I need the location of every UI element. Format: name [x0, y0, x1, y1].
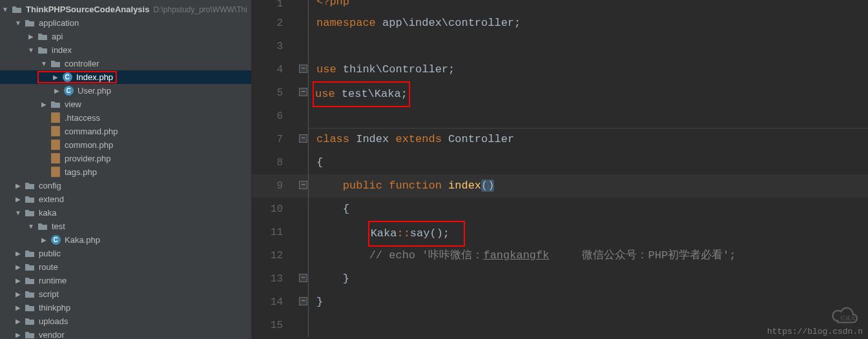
- svg-rect-4: [51, 167, 60, 178]
- code-line-6[interactable]: 6: [252, 105, 868, 128]
- line-number: 15: [252, 314, 298, 337]
- tree-root[interactable]: ▼ ThinkPHPSourceCodeAnalysis D:\phpstudy…: [0, 3, 251, 16]
- tree-file-index-php[interactable]: ▶C Index.php: [0, 70, 251, 84]
- tree-folder-api[interactable]: ▶ api: [0, 30, 251, 43]
- code-line-9[interactable]: 9 − public function index(): [252, 174, 868, 198]
- tree-folder-script[interactable]: ▶ script: [0, 287, 251, 301]
- svg-rect-3: [51, 154, 60, 164]
- line-number: 10: [252, 198, 298, 221]
- line-number: 6: [252, 105, 298, 128]
- code-line-3[interactable]: 3: [252, 35, 868, 58]
- line-number: 4: [252, 58, 298, 81]
- code-line-1[interactable]: 1 <?php: [252, 0, 868, 12]
- tree-folder-index[interactable]: ▼ index: [0, 43, 251, 57]
- svg-rect-2: [51, 140, 60, 150]
- project-name: ThinkPHPSourceCodeAnalysis: [26, 5, 149, 14]
- project-path: D:\phpstudy_pro\WWW\Thi: [153, 5, 247, 14]
- line-number: 1: [252, 0, 298, 8]
- code-line-12[interactable]: 12 // echo '咔咔微信：fangkangfk 微信公众号：PHP初学者…: [252, 244, 868, 267]
- line-number: 7: [252, 128, 298, 151]
- code-line-8[interactable]: 8 {: [252, 151, 868, 174]
- code-line-10[interactable]: 10 {: [252, 198, 868, 221]
- project-tree-panel[interactable]: ▼ ThinkPHPSourceCodeAnalysis D:\phpstudy…: [0, 0, 252, 339]
- tree-file-provider-php[interactable]: ▶ provider.php: [0, 152, 251, 165]
- code-line-2[interactable]: 2 namespace app\index\controller;: [252, 12, 868, 35]
- line-number: 12: [252, 244, 298, 267]
- line-number: 14: [252, 291, 298, 314]
- tree-file-htaccess[interactable]: ▶ .htaccess: [0, 111, 251, 125]
- code-editor[interactable]: 1 <?php 2 namespace app\index\controller…: [252, 0, 868, 339]
- tree-folder-config[interactable]: ▶ config: [0, 179, 251, 192]
- tree-folder-kaka[interactable]: ▼ kaka: [0, 206, 251, 220]
- watermark-text: https://blog.csdn.n: [767, 327, 863, 336]
- tree-folder-runtime[interactable]: ▶ runtime: [0, 274, 251, 287]
- logo-icon: 亿速云: [828, 305, 860, 326]
- highlight-box-use: use test\Kaka;: [313, 81, 410, 107]
- line-number: 8: [252, 151, 298, 174]
- fold-icon[interactable]: −: [299, 297, 307, 305]
- tree-folder-controller[interactable]: ▼ controller: [0, 57, 251, 70]
- line-number: 2: [252, 12, 298, 35]
- svg-text:亿速云: 亿速云: [840, 315, 856, 321]
- fold-icon[interactable]: −: [299, 88, 307, 96]
- line-number: 9: [252, 174, 298, 198]
- tree-file-user-php[interactable]: ▶C User.php: [0, 84, 251, 98]
- tree-folder-application[interactable]: ▼ application: [0, 16, 251, 30]
- line-number: 3: [252, 35, 298, 58]
- svg-rect-0: [51, 113, 60, 123]
- tree-file-kaka-php[interactable]: ▶C Kaka.php: [0, 233, 251, 247]
- line-number: 11: [252, 221, 298, 244]
- code-line-7[interactable]: 7 − class Index extends Controller: [252, 128, 868, 151]
- tree-folder-route[interactable]: ▶ route: [0, 260, 251, 274]
- highlight-box-call: Kaka::say();: [368, 221, 466, 247]
- svg-rect-1: [51, 127, 60, 137]
- tree-folder-public[interactable]: ▶ public: [0, 247, 251, 260]
- code-line-14[interactable]: 14 − }: [252, 291, 868, 314]
- code-line-4[interactable]: 4 − use think\Controller;: [252, 58, 868, 81]
- tree-file-common-php[interactable]: ▶ common.php: [0, 138, 251, 152]
- line-number: 13: [252, 267, 298, 291]
- fold-icon[interactable]: −: [299, 274, 307, 282]
- tree-folder-uploads[interactable]: ▶ uploads: [0, 314, 251, 328]
- tree-file-command-php[interactable]: ▶ command.php: [0, 125, 251, 138]
- code-line-5[interactable]: 5 − use test\Kaka;: [252, 81, 868, 105]
- fold-icon[interactable]: −: [299, 134, 307, 143]
- line-number: 5: [252, 81, 298, 105]
- tree-file-tags-php[interactable]: ▶ tags.php: [0, 165, 251, 179]
- fold-icon[interactable]: −: [299, 65, 307, 73]
- tree-folder-view[interactable]: ▶ view: [0, 98, 251, 111]
- tree-folder-thinkphp[interactable]: ▶ thinkphp: [0, 301, 251, 314]
- tree-folder-test[interactable]: ▼ test: [0, 220, 251, 233]
- code-line-11[interactable]: 11 Kaka::say();: [252, 221, 868, 244]
- tree-folder-extend[interactable]: ▶ extend: [0, 192, 251, 206]
- tree-folder-vendor[interactable]: ▶ vendor: [0, 328, 251, 339]
- fold-icon[interactable]: −: [299, 181, 307, 189]
- code-line-13[interactable]: 13 − }: [252, 267, 868, 291]
